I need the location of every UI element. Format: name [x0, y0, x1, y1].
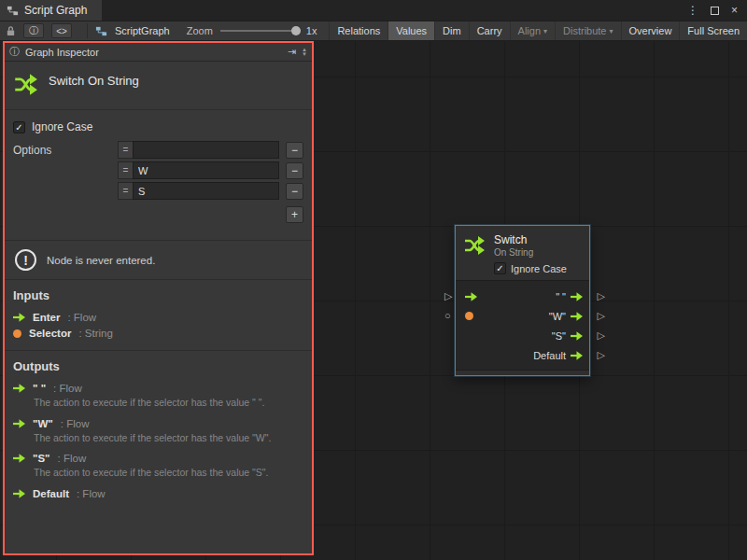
tab-script-graph[interactable]: Script Graph	[0, 0, 102, 21]
overview-button[interactable]: Overview	[621, 21, 680, 40]
warning-banner: ! Node is never entered.	[5, 240, 312, 280]
node-header[interactable]: Switch On String ✓ Ignore Case	[456, 226, 589, 280]
node-footer	[456, 370, 589, 375]
switch-icon	[13, 72, 38, 97]
outputs-section: Outputs " " : Flow The action to execute…	[5, 350, 312, 507]
flow-arrow-icon	[571, 351, 583, 360]
scroll-down-icon[interactable]: ▼	[302, 52, 307, 57]
flow-arrow-icon	[13, 419, 25, 428]
ignore-case-label: Ignore Case	[32, 120, 92, 133]
carry-button[interactable]: Carry	[469, 21, 510, 40]
flow-arrow-icon	[13, 454, 25, 463]
output-port-default: Default : Flow	[5, 485, 312, 501]
remove-option-button[interactable]: −	[286, 142, 303, 159]
option-row: = −	[118, 141, 303, 159]
align-button[interactable]: Align▾	[510, 21, 555, 40]
switch-node[interactable]: Switch On String ✓ Ignore Case ▷	[455, 225, 590, 376]
inspector-toggle-button[interactable]: ⓘ	[23, 23, 44, 38]
zoom-value: 1x	[306, 25, 317, 36]
option-input[interactable]	[133, 182, 279, 200]
options-list: = − = − = − +	[118, 141, 303, 231]
inspector-title: Graph Inspector	[25, 47, 99, 58]
flow-connector-icon[interactable]: ▷	[598, 291, 605, 301]
switch-icon	[463, 234, 486, 257]
value-connector-icon[interactable]: ○	[444, 311, 451, 321]
info-icon: ⓘ	[29, 24, 38, 37]
full-screen-button[interactable]: Full Screen	[679, 21, 747, 40]
zoom-label: Zoom	[187, 25, 213, 36]
maximize-icon[interactable]	[711, 7, 719, 15]
flow-connector-icon[interactable]: ▷	[444, 291, 452, 301]
string-port-icon	[13, 329, 21, 338]
node-body: ▷ ○ " " ▷ "W" ▷	[456, 280, 589, 370]
relations-button[interactable]: Relations	[329, 21, 388, 40]
chevron-down-icon: ▾	[543, 27, 547, 35]
output-port-w[interactable]: "W" ▷	[456, 306, 589, 326]
graph-icon	[7, 5, 19, 17]
close-icon[interactable]: ×	[731, 4, 738, 17]
node-ignore-case-checkbox[interactable]: ✓	[494, 262, 506, 274]
titlebar-spacer	[102, 0, 687, 21]
zoom-slider-knob[interactable]	[291, 26, 301, 35]
zoom-slider[interactable]	[220, 24, 301, 37]
add-option-button[interactable]: +	[286, 206, 303, 223]
drag-handle-icon[interactable]: =	[118, 161, 133, 179]
ignore-case-checkbox[interactable]: ✓	[13, 121, 25, 133]
dock-icon[interactable]: ⇥	[288, 46, 296, 58]
flow-connector-icon[interactable]: ▷	[598, 350, 605, 360]
output-label: "W"	[549, 311, 566, 322]
warning-text: Node is never entered.	[47, 255, 155, 266]
window-title: Script Graph	[24, 4, 87, 17]
toolbar-buttons: Relations Values Dim Carry Align▾ Distri…	[329, 21, 747, 40]
main-area: Switch On String ✓ Ignore Case ▷	[0, 41, 747, 560]
code-icon: <>	[56, 26, 67, 36]
flow-connector-icon[interactable]: ▷	[598, 330, 605, 341]
remove-option-button[interactable]: −	[286, 162, 303, 179]
inspected-node-title: Switch On String	[49, 74, 139, 88]
scroll-spinner[interactable]: ▲ ▼	[302, 48, 307, 57]
flow-arrow-icon	[13, 489, 25, 498]
output-port-w: "W" : Flow	[5, 415, 312, 431]
menu-icon[interactable]: ⋮	[687, 4, 698, 17]
inputs-title: Inputs	[5, 280, 312, 309]
values-button[interactable]: Values	[388, 21, 434, 40]
flow-arrow-icon	[571, 292, 583, 301]
output-port-space[interactable]: " " ▷	[456, 287, 589, 306]
output-port-default[interactable]: Default ▷	[456, 345, 589, 365]
options-editor: Options = − = − = −	[5, 136, 312, 234]
flow-arrow-icon	[571, 312, 583, 321]
inspector-header: ⓘ Graph Inspector ⇥ ▲ ▼	[5, 43, 312, 62]
output-label: Default	[533, 350, 566, 361]
dim-button[interactable]: Dim	[434, 21, 469, 40]
input-port-selector: Selector : String	[5, 325, 312, 341]
option-input[interactable]	[133, 161, 279, 179]
code-view-button[interactable]: <>	[51, 23, 72, 38]
output-description: The action to execute if the selector ha…	[5, 396, 312, 415]
node-ignore-case-label: Ignore Case	[511, 263, 567, 274]
option-input[interactable]	[133, 141, 279, 159]
option-row: = −	[118, 161, 303, 179]
flow-connector-icon[interactable]: ▷	[598, 311, 605, 321]
output-port-s[interactable]: "S" ▷	[456, 326, 589, 345]
breadcrumb[interactable]: ScriptGraph	[115, 25, 170, 36]
node-title: Switch	[494, 233, 533, 246]
outputs-title: Outputs	[5, 351, 312, 380]
script-graph-window: Script Graph ⋮ × ⓘ <> ScriptGraph Zoom	[0, 0, 747, 560]
drag-handle-icon[interactable]: =	[118, 141, 133, 159]
remove-option-button[interactable]: −	[286, 183, 303, 200]
script-graph-icon	[95, 25, 107, 37]
inspected-node-title-row: Switch On String	[5, 62, 312, 109]
graph-toolbar: ⓘ <> ScriptGraph Zoom 1x Relations Value…	[0, 21, 747, 41]
chevron-down-icon: ▾	[610, 27, 613, 35]
output-description: The action to execute if the selector ha…	[5, 466, 312, 485]
flow-arrow-icon	[13, 313, 25, 322]
output-label: "S"	[552, 330, 566, 342]
drag-handle-icon[interactable]: =	[118, 182, 133, 200]
output-description: The action to execute if the selector ha…	[5, 431, 312, 451]
warning-icon: !	[15, 249, 36, 271]
window-controls: ⋮ ×	[687, 0, 747, 21]
distribute-button[interactable]: Distribute▾	[555, 21, 620, 40]
output-label: " "	[556, 291, 566, 302]
output-port-space: " " : Flow	[5, 380, 312, 396]
lock-icon[interactable]	[6, 25, 16, 37]
